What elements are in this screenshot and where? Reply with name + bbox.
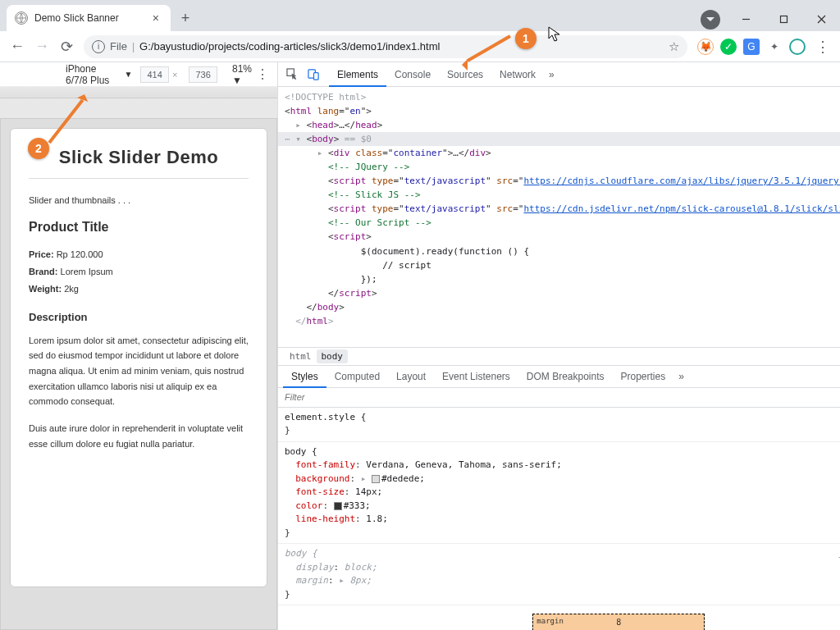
devtools-tabbar: Elements Console Sources Network » ⚙ ⋮ ✕ xyxy=(278,62,840,87)
device-width-input[interactable]: 414 xyxy=(140,66,169,83)
dom-text[interactable]: }); xyxy=(278,272,840,286)
rendered-page[interactable]: Slick Slider Demo Slider and thumbnails … xyxy=(10,128,267,587)
tab-console[interactable]: Console xyxy=(386,62,439,87)
styles-filter-bar: :hov .cls + ⧉ xyxy=(278,388,840,408)
tab-elements[interactable]: Elements xyxy=(329,62,386,87)
product-meta: Price: Rp 120.000 Brand: Lorem Ipsum Wei… xyxy=(29,246,249,298)
device-height-input[interactable]: 736 xyxy=(189,66,217,83)
dom-node[interactable]: </script> xyxy=(278,286,840,300)
address-bar[interactable]: i File | G:/bayustudio/projects/coding-a… xyxy=(84,35,687,58)
device-menu-button[interactable]: ⋮ xyxy=(256,66,269,82)
tab-layout[interactable]: Layout xyxy=(388,365,434,388)
devtools-pane: Elements Console Sources Network » ⚙ ⋮ ✕… xyxy=(278,62,840,630)
close-tab-icon[interactable]: × xyxy=(149,11,162,25)
browser-toolbar: ← → ⟳ i File | G:/bayustudio/projects/co… xyxy=(0,31,840,62)
browser-tab[interactable]: Demo Slick Banner × xyxy=(7,5,171,31)
dom-comment[interactable]: <!-- JQuery --> xyxy=(278,160,840,174)
css-rule[interactable]: index1.html:13 body { font-family: Verda… xyxy=(278,442,840,545)
dom-node[interactable]: <!DOCTYPE html> xyxy=(278,90,840,104)
dom-comment[interactable]: <!-- Slick JS --> xyxy=(278,188,840,202)
viewport-ruler xyxy=(0,87,277,98)
extension-icon[interactable]: 🦊 xyxy=(697,39,714,55)
site-info-icon[interactable]: i xyxy=(92,40,105,53)
box-model[interactable]: margin 8 xyxy=(278,605,840,630)
device-frame: Slick Slider Demo Slider and thumbnails … xyxy=(0,118,277,630)
dom-node[interactable]: <script type="text/javascript" src="http… xyxy=(278,174,840,188)
globe-icon xyxy=(15,11,28,25)
zoom-selector[interactable]: 81% ▼ xyxy=(232,63,256,86)
description-para: Lorem ipsum dolor sit amet, consectetur … xyxy=(29,333,249,409)
extension-icon[interactable] xyxy=(789,39,806,55)
styles-rules[interactable]: element.style {} index1.html:13 body { f… xyxy=(278,408,840,630)
dom-breadcrumbs: html body xyxy=(278,347,840,365)
chevron-down-icon: ▼ xyxy=(232,75,242,86)
url-text: G:/bayustudio/projects/coding-articles/s… xyxy=(139,40,440,52)
minimize-button[interactable] xyxy=(727,7,765,31)
device-selector[interactable]: iPhone 6/7/8 Plus ▼ xyxy=(66,63,132,86)
description-heading: Description xyxy=(29,311,249,323)
inspect-element-icon[interactable] xyxy=(281,64,303,85)
device-viewport: Slick Slider Demo Slider and thumbnails … xyxy=(0,98,277,630)
crumb-body[interactable]: body xyxy=(317,349,349,363)
bookmark-icon[interactable]: ☆ xyxy=(669,39,679,54)
tab-properties[interactable]: Properties xyxy=(613,365,674,388)
annotation-callout-2: 2 xyxy=(28,138,49,159)
page-subtitle: Slider and thumbnails . . . xyxy=(29,195,249,205)
extension-icons: 🦊 ✓ G ✦ xyxy=(692,39,810,55)
dimension-x: × xyxy=(172,70,177,80)
crumb-html[interactable]: html xyxy=(285,349,317,363)
annotation-callout-1: 1 xyxy=(515,28,536,49)
description-para: Duis aute irure dolor in reprehenderit i… xyxy=(29,421,249,451)
device-name: iPhone 6/7/8 Plus xyxy=(66,63,119,86)
dom-node[interactable]: </body> xyxy=(278,300,840,314)
dom-node-selected[interactable]: ⋯ ▾ <body> == $0 xyxy=(278,132,840,146)
styles-filter-input[interactable] xyxy=(285,392,840,402)
styles-tabbar: Styles Computed Layout Event Listeners D… xyxy=(278,365,840,388)
url-separator: | xyxy=(132,41,135,52)
tab-dom-breakpoints[interactable]: DOM Breakpoints xyxy=(518,365,613,388)
tab-network[interactable]: Network xyxy=(491,62,544,87)
url-scheme: File xyxy=(110,40,127,52)
dom-text[interactable]: $(document).ready(function () { xyxy=(278,244,840,258)
browser-titlebar: Demo Slick Banner × + xyxy=(0,0,840,31)
forward-button[interactable]: → xyxy=(30,34,54,59)
close-window-button[interactable] xyxy=(802,7,840,31)
dom-node[interactable]: <script type="text/javascript" src="http… xyxy=(278,202,840,216)
more-tabs-icon[interactable]: » xyxy=(673,371,689,382)
dom-node[interactable]: <script> xyxy=(278,230,840,244)
new-tab-button[interactable]: + xyxy=(174,7,197,30)
extension-icon[interactable]: ✓ xyxy=(720,39,737,55)
tab-computed[interactable]: Computed xyxy=(326,365,388,388)
svg-rect-8 xyxy=(313,73,318,80)
dom-text[interactable]: // script xyxy=(278,258,840,272)
back-button[interactable]: ← xyxy=(5,34,30,59)
chevron-down-icon: ▼ xyxy=(124,70,132,79)
profile-icon[interactable] xyxy=(701,10,720,30)
maximize-button[interactable] xyxy=(765,7,802,31)
product-title: Product Title xyxy=(29,220,249,235)
css-rule-ua[interactable]: user agent stylesheet body { display: bl… xyxy=(278,544,840,605)
dom-node[interactable]: </html> xyxy=(278,314,840,328)
toggle-device-icon[interactable] xyxy=(303,64,324,85)
dom-tree[interactable]: <!DOCTYPE html> <html lang="en"> ▸ <head… xyxy=(278,87,840,347)
tab-styles[interactable]: Styles xyxy=(283,365,326,388)
dom-node[interactable]: <html lang="en"> xyxy=(278,104,840,118)
dom-comment[interactable]: <!-- Our Script --> xyxy=(278,216,840,230)
extensions-menu-icon[interactable]: ✦ xyxy=(766,39,783,55)
mouse-cursor-icon xyxy=(548,26,561,45)
more-tabs-icon[interactable]: » xyxy=(544,69,559,80)
css-rule[interactable]: element.style {} xyxy=(278,408,840,442)
dom-node[interactable]: ▸ <head>…</head> xyxy=(278,118,840,132)
svg-rect-3 xyxy=(780,16,787,22)
tab-event-listeners[interactable]: Event Listeners xyxy=(434,365,518,388)
dom-node[interactable]: ▸ <div class="container">…</div> xyxy=(278,146,840,160)
annotation-arrowhead xyxy=(456,59,468,71)
reload-button[interactable]: ⟳ xyxy=(54,34,79,59)
page-heading: Slick Slider Demo xyxy=(29,147,249,179)
device-toolbar: iPhone 6/7/8 Plus ▼ 414 × 736 81% ▼ ⋮ xyxy=(0,62,277,87)
browser-menu-button[interactable]: ⋮ xyxy=(810,34,835,59)
extension-icon[interactable]: G xyxy=(743,39,760,55)
tab-title: Demo Slick Banner xyxy=(34,12,149,24)
svg-marker-1 xyxy=(706,17,714,21)
